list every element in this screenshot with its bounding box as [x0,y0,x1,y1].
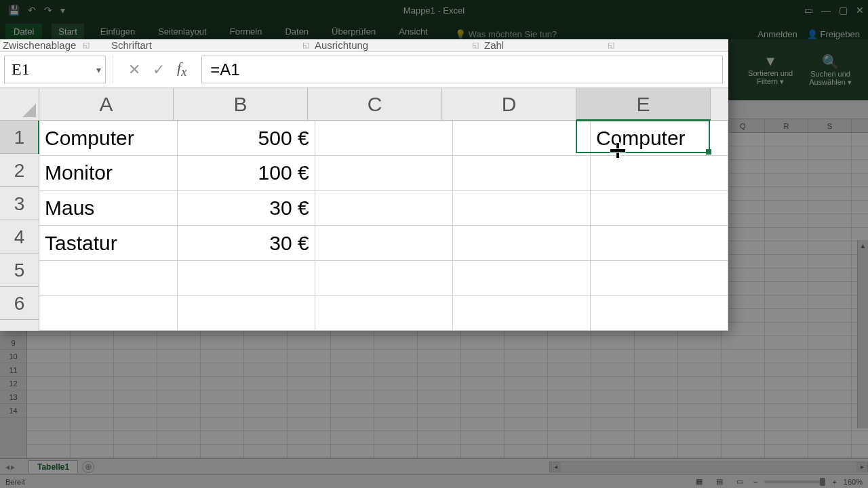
cell-A4[interactable]: Tastatur [39,226,177,261]
sheet-nav-last-icon[interactable]: ▸ [11,462,15,472]
formula-bar[interactable]: =A1 [201,56,723,83]
tab-formulas[interactable]: Formeln [223,24,269,39]
maximize-icon[interactable]: ▢ [839,5,848,16]
close-icon[interactable]: ✕ [856,5,864,16]
cell-D6[interactable] [452,296,590,331]
cell-B1[interactable]: 500 € [177,121,315,156]
cell-D5[interactable] [452,260,590,296]
row-header-9[interactable]: 9 [0,336,26,350]
ribbon-sort-filter[interactable]: ▼ Sortieren und Filtern ▾ [748,54,793,86]
scroll-left-icon[interactable]: ◂ [550,462,561,472]
qat-dropdown-icon[interactable]: ▾ [60,5,65,16]
tab-pagelayout[interactable]: Seitenlayout [151,24,214,39]
redo-icon[interactable]: ↷ [44,5,52,16]
dialog-launcher-icon[interactable]: ◱ [83,41,90,49]
tab-view[interactable]: Ansicht [392,24,435,39]
cell-D4[interactable] [452,226,590,261]
cell-A1[interactable]: Computer [39,121,177,156]
cell-B6[interactable] [177,296,315,331]
ribbon-options-icon[interactable]: ▭ [804,5,813,16]
cell-E3[interactable] [590,190,728,226]
dialog-launcher-icon[interactable]: ◱ [302,41,309,49]
minimize-icon[interactable]: — [821,5,831,16]
cell-D1[interactable] [452,121,590,156]
new-sheet-button[interactable]: ⊕ [82,461,94,473]
cell-A3[interactable]: Maus [39,190,177,226]
tell-me[interactable]: 💡 Was möchten Sie tun? [455,29,557,39]
cell-A5[interactable] [39,260,177,296]
scroll-right-icon[interactable]: ▸ [856,462,867,472]
tab-file[interactable]: Datei [5,24,42,39]
zoom-level[interactable]: 160% [844,478,863,486]
column-header-S[interactable]: S [808,119,852,132]
row-header-13[interactable]: 13 [0,390,26,404]
cell-E1[interactable]: Computer [590,121,728,156]
row-header-3[interactable]: 3 [0,187,39,220]
row-header-12[interactable]: 12 [0,377,26,390]
zoom-out-button[interactable]: − [753,478,757,486]
column-header-A[interactable]: A [39,88,174,120]
row-header-4[interactable]: 4 [0,220,39,253]
cell-C1[interactable] [315,121,452,156]
cell-E6[interactable] [590,296,728,331]
row-header-10[interactable]: 10 [0,350,26,363]
cell-C2[interactable] [315,156,452,191]
column-header-C[interactable]: C [308,88,442,120]
horizontal-scrollbar[interactable]: ◂ ▸ [549,462,868,472]
cell-E5[interactable] [590,260,728,296]
row-header-14[interactable]: 14 [0,404,26,418]
column-header-D[interactable]: D [442,88,576,120]
chevron-down-icon[interactable]: ▾ [96,64,101,75]
dialog-launcher-icon[interactable]: ◱ [472,41,479,49]
zoom-slider[interactable] [764,481,825,483]
undo-icon[interactable]: ↶ [28,5,36,16]
tab-start[interactable]: Start [52,24,83,39]
cell-B2[interactable]: 100 € [177,156,315,191]
tab-data[interactable]: Daten [278,24,315,39]
window-title: Mappe1 - Excel [403,5,465,16]
cell-E2[interactable] [590,156,728,191]
column-header-R[interactable]: R [765,119,808,132]
row-header-1[interactable]: 1 [0,121,39,154]
view-pagelayout-icon[interactable]: ▤ [713,477,726,486]
zoom-in-button[interactable]: + [832,478,836,486]
cell-C4[interactable] [315,226,452,261]
cell-C6[interactable] [315,296,452,331]
select-all-corner[interactable] [0,88,39,121]
save-icon[interactable]: 💾 [8,5,20,16]
cell-D3[interactable] [452,190,590,226]
tab-insert[interactable]: Einfügen [94,24,142,39]
tab-review[interactable]: Überprüfen [325,24,382,39]
cell-grid[interactable]: Computer500 €ComputerMonitor100 €Maus30 … [39,121,728,331]
row-header-6[interactable]: 6 [0,287,39,320]
cell-C3[interactable] [315,190,452,226]
cell-C5[interactable] [315,260,452,296]
share-link[interactable]: 👤 Freigeben [807,29,860,39]
cell-A2[interactable]: Monitor [39,156,177,191]
column-header-E[interactable]: E [576,88,711,120]
scroll-up-icon[interactable]: ▲ [858,240,868,251]
vertical-scrollbar[interactable]: ▲ [857,240,868,428]
row-header-11[interactable]: 11 [0,363,26,377]
name-formula-row: E1 ▾ ✕ ✓ fx =A1 [0,52,728,88]
enter-formula-button[interactable]: ✓ [153,61,165,79]
view-normal-icon[interactable]: ▦ [692,477,706,486]
cell-B5[interactable] [177,260,315,296]
cell-A6[interactable] [39,296,177,331]
cell-B4[interactable]: 30 € [177,226,315,261]
sheet-tab[interactable]: Tabelle1 [28,460,78,473]
cancel-formula-button[interactable]: ✕ [128,61,140,79]
dialog-launcher-icon[interactable]: ◱ [608,41,614,49]
cell-E4[interactable] [590,226,728,261]
row-header-5[interactable]: 5 [0,253,39,287]
column-header-B[interactable]: B [174,88,308,120]
name-box[interactable]: E1 ▾ [4,56,106,83]
cell-B3[interactable]: 30 € [177,190,315,226]
sheet-nav-first-icon[interactable]: ◂ [5,462,9,472]
ribbon-find-select[interactable]: 🔍 Suchen und Auswählen ▾ [809,54,852,87]
insert-function-button[interactable]: fx [177,59,186,79]
view-pagebreak-icon[interactable]: ▭ [733,477,747,486]
signin-link[interactable]: Anmelden [757,29,797,39]
row-header-2[interactable]: 2 [0,154,39,187]
cell-D2[interactable] [452,156,590,191]
